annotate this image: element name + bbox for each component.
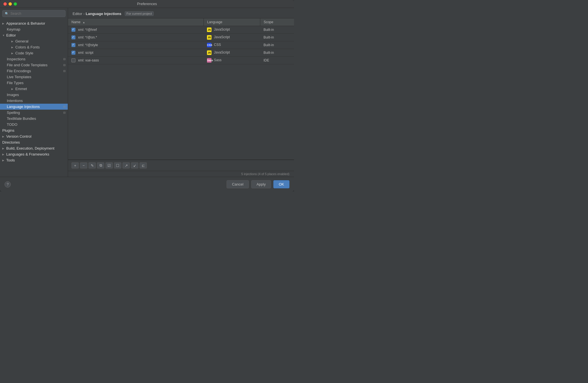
cell-scope: Built-in xyxy=(260,49,294,57)
expand-arrow: ▼ xyxy=(2,34,5,37)
sidebar-item-emmet[interactable]: ▶ Emmet xyxy=(0,86,68,92)
column-header-scope[interactable]: Scope xyxy=(260,18,294,26)
language-icon: JS xyxy=(207,50,211,55)
column-header-language[interactable]: Language xyxy=(204,18,260,26)
project-badge: For current project xyxy=(125,11,154,16)
apply-button[interactable]: Apply xyxy=(251,180,271,188)
sidebar-item-version-control[interactable]: ▶ Version Control xyxy=(0,133,68,139)
row-checkbox[interactable] xyxy=(71,28,75,32)
sidebar-item-keymap[interactable]: Keymap xyxy=(0,26,68,32)
expand-arrow: ▶ xyxy=(2,147,5,150)
copy-injection-button[interactable]: ⧉ xyxy=(97,162,104,169)
sidebar-item-editor[interactable]: ▼ Editor xyxy=(0,32,68,38)
injections-table-container: Name ▲ Language Scope xyxy=(68,18,294,160)
share-injection-button[interactable]: ⊏ xyxy=(139,162,147,169)
sidebar-item-general[interactable]: ▶ General xyxy=(0,38,68,44)
injection-name: xml: script xyxy=(78,51,93,55)
expand-arrow: ▶ xyxy=(11,88,14,90)
table-row[interactable]: xml: */@style CSS CSS Built-in xyxy=(68,41,294,49)
disable-injection-button[interactable]: ☐ xyxy=(114,162,121,169)
sidebar-item-plugins[interactable]: Plugins xyxy=(0,127,68,133)
sidebar-item-images[interactable]: Images xyxy=(0,92,68,98)
sidebar-item-file-types[interactable]: File Types xyxy=(0,80,68,86)
table-row[interactable]: xml: */@href JS JavaScript Built-in xyxy=(68,26,294,34)
maximize-button[interactable] xyxy=(14,2,17,6)
table-header-row: Name ▲ Language Scope xyxy=(68,18,294,26)
sidebar-item-inspections[interactable]: Inspections ⊟ xyxy=(0,56,68,62)
table-row[interactable]: xml: script JS JavaScript Built-in xyxy=(68,49,294,57)
row-checkbox[interactable] xyxy=(71,43,75,47)
sidebar-label: Emmet xyxy=(15,87,27,91)
sidebar-item-languages-frameworks[interactable]: ▶ Languages & Frameworks xyxy=(0,151,68,157)
sidebar-item-build-execution[interactable]: ▶ Build, Execution, Deployment xyxy=(0,145,68,151)
export-injection-button[interactable]: ↗ xyxy=(122,162,130,169)
enable-injection-button[interactable]: ☑ xyxy=(105,162,113,169)
project-badge-icon: ⊟ xyxy=(63,63,65,67)
sidebar-item-todo[interactable]: TODO xyxy=(0,122,68,127)
table-row[interactable]: xml: */@on.* JS JavaScript Built-in xyxy=(68,34,294,41)
add-injection-button[interactable]: + xyxy=(71,162,79,169)
breadcrumb-parent: Editor xyxy=(73,12,82,16)
row-checkbox[interactable] xyxy=(71,35,75,39)
breadcrumb-current: Language Injections xyxy=(86,12,121,16)
import-injection-button[interactable]: ↙ xyxy=(131,162,138,169)
sidebar-label: Spelling xyxy=(7,110,20,115)
sidebar-item-live-templates[interactable]: Live Templates xyxy=(0,74,68,80)
sidebar-label: Intentions xyxy=(7,99,23,103)
main-content: 🔍 ▶ Appearance & Behavior Keymap ▼ Edito… xyxy=(0,8,294,177)
sidebar-item-file-code-templates[interactable]: File and Code Templates ⊟ xyxy=(0,62,68,68)
injection-name: xml: */@on.* xyxy=(78,35,97,39)
edit-injection-button[interactable]: ✎ xyxy=(88,162,96,169)
search-input[interactable] xyxy=(10,12,63,16)
cell-language: JS JavaScript xyxy=(204,34,260,41)
sidebar-item-language-injections[interactable]: Language Injections ⊟ xyxy=(0,104,68,110)
minimize-button[interactable] xyxy=(9,2,12,6)
cell-scope: Built-in xyxy=(260,26,294,34)
cancel-button[interactable]: Cancel xyxy=(227,180,249,188)
column-language-label: Language xyxy=(207,20,222,24)
remove-injection-button[interactable]: − xyxy=(80,162,87,169)
table-row[interactable]: xml: vue-sass Sass Sass IDE xyxy=(68,57,294,64)
project-badge-icon: ⊟ xyxy=(63,105,65,108)
sidebar-item-colors-fonts[interactable]: ▶ Colors & Fonts xyxy=(0,44,68,50)
row-checkbox[interactable] xyxy=(71,51,75,55)
sidebar-label: Inspections xyxy=(7,57,26,61)
sidebar-label: Keymap xyxy=(7,27,20,31)
expand-arrow: ▶ xyxy=(11,40,14,43)
traffic-lights xyxy=(3,2,17,6)
sidebar-item-tools[interactable]: ▶ Tools xyxy=(0,157,68,163)
sidebar-item-file-encodings[interactable]: File Encodings ⊟ xyxy=(0,68,68,74)
sidebar-label: File and Code Templates xyxy=(7,63,48,67)
language-name: Sass xyxy=(214,58,222,62)
column-header-name[interactable]: Name ▲ xyxy=(68,18,204,26)
sidebar-label: Colors & Fonts xyxy=(15,45,40,49)
preferences-window: Preferences 🔍 ▶ Appearance & Behavior Ke… xyxy=(0,0,294,191)
sidebar-label: Plugins xyxy=(2,128,14,133)
expand-arrow: ▶ xyxy=(11,52,14,55)
cell-name: xml: vue-sass xyxy=(68,57,204,64)
row-checkbox[interactable] xyxy=(71,58,75,62)
sidebar-item-code-style[interactable]: ▶ Code Style xyxy=(0,50,68,56)
ok-button[interactable]: OK xyxy=(273,180,289,188)
help-button[interactable]: ? xyxy=(5,181,11,188)
title-bar: Preferences xyxy=(0,0,294,8)
breadcrumb-separator: › xyxy=(83,12,84,16)
cell-language: CSS CSS xyxy=(204,41,260,49)
cell-language: JS JavaScript xyxy=(204,26,260,34)
search-box[interactable]: 🔍 xyxy=(2,10,65,17)
scope-value: Built-in xyxy=(263,28,274,32)
sidebar-item-textmate-bundles[interactable]: TextMate Bundles xyxy=(0,116,68,122)
close-button[interactable] xyxy=(3,2,7,6)
scope-value: Built-in xyxy=(263,35,274,39)
search-icon: 🔍 xyxy=(5,12,9,16)
scope-value: IDE xyxy=(263,58,269,62)
scope-value: Built-in xyxy=(263,43,274,47)
sidebar-item-directories[interactable]: Directories xyxy=(0,139,68,145)
sidebar-item-appearance-behavior[interactable]: ▶ Appearance & Behavior xyxy=(0,20,68,26)
cell-scope: IDE xyxy=(260,57,294,64)
sidebar-item-spelling[interactable]: Spelling ⊟ xyxy=(0,110,68,116)
sidebar-item-intentions[interactable]: Intentions xyxy=(0,98,68,104)
project-badge-icon: ⊟ xyxy=(63,111,65,114)
cell-name: xml: */@on.* xyxy=(68,34,204,41)
language-name: JavaScript xyxy=(214,27,230,31)
